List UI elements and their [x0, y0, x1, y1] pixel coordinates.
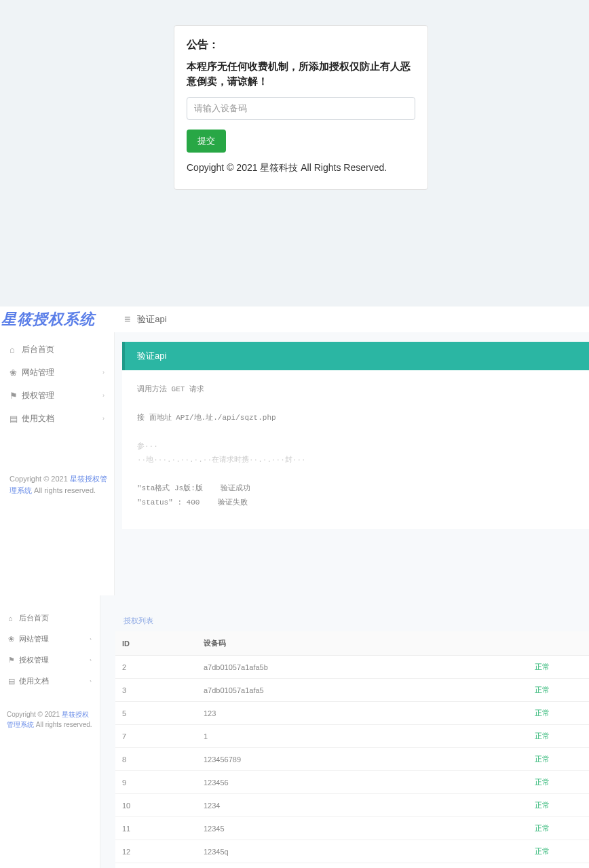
cell-device: a7db01057a1afa5b: [197, 656, 528, 679]
cell-status: 正常: [528, 771, 589, 794]
sidebar-item[interactable]: ⌂后台首页: [0, 608, 100, 629]
menu-label: 授权管理: [22, 390, 102, 401]
cell-status: 正常: [528, 656, 589, 679]
cell-id: 13: [115, 863, 197, 869]
table-row[interactable]: 9123456正常: [115, 771, 589, 794]
col-id: ID: [115, 631, 197, 656]
chevron-right-icon: ›: [102, 392, 104, 399]
chevron-right-icon: ›: [102, 369, 104, 376]
menu-icon: ❀: [10, 368, 22, 378]
menu-icon: ⚑: [8, 656, 19, 665]
cell-id: 7: [115, 725, 197, 748]
cell-id: 3: [115, 679, 197, 702]
sidebar-item[interactable]: ❀网站管理›: [0, 361, 114, 384]
announcement-panel: 公告： 本程序无任何收费机制，所添加授权仅防止有人恶意倒卖，请谅解！ 提交 Co…: [0, 0, 589, 307]
code-line: [137, 467, 574, 481]
sidebar-item[interactable]: ⚑授权管理›: [0, 650, 100, 671]
cell-device: defdghj: [197, 863, 528, 869]
cell-id: 11: [115, 817, 197, 840]
cell-status: 正常: [528, 794, 589, 817]
cell-id: 10: [115, 794, 197, 817]
menu-label: 使用文档: [22, 413, 102, 425]
code-line: 调用方法 GET 请求: [137, 382, 574, 397]
menu-icon: ▤: [10, 414, 22, 424]
sidebar: ⌂后台首页❀网站管理›⚑授权管理›▤使用文档› Copyright © 2021…: [0, 332, 115, 595]
code-line: "status" : 400 验证失败: [137, 496, 574, 510]
menu-label: 网站管理: [22, 367, 102, 378]
cell-device: 12345q: [197, 840, 528, 863]
content-title: 验证api: [122, 342, 589, 370]
menu-toggle-icon[interactable]: ≡: [124, 313, 130, 326]
cell-status: 正常: [528, 725, 589, 748]
chevron-right-icon: ›: [90, 657, 92, 663]
code-line: [137, 425, 574, 439]
col-status: [528, 631, 589, 656]
menu-icon: ▤: [8, 677, 19, 686]
cell-status: 正常: [528, 679, 589, 702]
menu-label: 使用文档: [19, 676, 90, 686]
cell-device: 123456: [197, 771, 528, 794]
menu-icon: ⌂: [10, 344, 22, 355]
menu-label: 网站管理: [19, 634, 90, 644]
chevron-right-icon: ›: [90, 678, 92, 684]
menu-icon: ⚑: [10, 391, 22, 401]
sidebar-footer: Copyright © 2021 星筱授权管理系统 All rights res…: [10, 473, 114, 496]
chevron-right-icon: ›: [90, 636, 92, 642]
breadcrumb: 验证api: [137, 313, 166, 326]
code-line: 参···: [137, 439, 574, 454]
cell-status: 正常: [528, 702, 589, 725]
topbar: 星筱授权系统 ≡ 验证api: [0, 307, 589, 332]
menu-icon: ❀: [8, 635, 19, 644]
sidebar-item[interactable]: ▤使用文档›: [0, 671, 100, 692]
device-code-input[interactable]: [187, 97, 415, 120]
sidebar-item[interactable]: ❀网站管理›: [0, 629, 100, 650]
cell-device: a7db01057a1afa5: [197, 679, 528, 702]
api-code-block: 调用方法 GET 请求 接 面地址 API/地.址./api/sqzt.php …: [122, 370, 589, 529]
cell-device: 1234: [197, 794, 528, 817]
sidebar-item[interactable]: ▤使用文档›: [0, 407, 114, 430]
code-line: [137, 397, 574, 411]
list-title: 授权列表: [115, 610, 589, 631]
sidebar-item[interactable]: ⌂后台首页: [0, 338, 114, 361]
cell-device: 123456789: [197, 748, 528, 771]
cell-device: 12345: [197, 817, 528, 840]
table-row[interactable]: 8123456789正常: [115, 748, 589, 771]
table-row[interactable]: 101234正常: [115, 794, 589, 817]
table-row[interactable]: 3a7db01057a1afa5正常: [115, 679, 589, 702]
menu-label: 授权管理: [19, 655, 90, 665]
cell-status: 正常: [528, 840, 589, 863]
auth-table: ID 设备码 2a7db01057a1afa5b正常3a7db01057a1af…: [115, 631, 589, 868]
content-area: 授权列表 ID 设备码 2a7db01057a1afa5b正常3a7db0105…: [115, 610, 589, 868]
submit-button[interactable]: 提交: [187, 130, 226, 153]
chevron-right-icon: ›: [102, 415, 104, 422]
table-row[interactable]: 5123正常: [115, 702, 589, 725]
cell-device: 1: [197, 725, 528, 748]
notice-body: 本程序无任何收费机制，所添加授权仅防止有人恶意倒卖，请谅解！: [187, 59, 415, 89]
logo: 星筱授权系统: [0, 307, 115, 332]
table-row[interactable]: 13defdghj正常: [115, 863, 589, 869]
table-row[interactable]: 1212345q正常: [115, 840, 589, 863]
api-docs-panel: 星筱授权系统 ≡ 验证api ⌂后台首页❀网站管理›⚑授权管理›▤使用文档› C…: [0, 307, 589, 595]
menu-icon: ⌂: [8, 614, 19, 623]
auth-list-panel: ⌂后台首页❀网站管理›⚑授权管理›▤使用文档› Copyright © 2021…: [0, 595, 589, 868]
cell-status: 正常: [528, 863, 589, 869]
col-device: 设备码: [197, 631, 528, 656]
copyright-text: Copyight © 2021 星筱科技 All Rights Reserved…: [187, 162, 415, 174]
cell-status: 正常: [528, 748, 589, 771]
sidebar: ⌂后台首页❀网站管理›⚑授权管理›▤使用文档› Copyright © 2021…: [0, 595, 100, 868]
table-row[interactable]: 1112345正常: [115, 817, 589, 840]
cell-id: 8: [115, 748, 197, 771]
cell-id: 12: [115, 840, 197, 863]
sidebar-item[interactable]: ⚑授权管理›: [0, 384, 114, 407]
notice-heading: 公告：: [187, 38, 415, 52]
cell-id: 2: [115, 656, 197, 679]
table-row[interactable]: 2a7db01057a1afa5b正常: [115, 656, 589, 679]
code-line: 接 面地址 API/地.址./api/sqzt.php: [137, 411, 574, 425]
code-line: "sta格式 Js版:版 验证成功: [137, 481, 574, 496]
menu-label: 后台首页: [22, 344, 104, 355]
cell-id: 5: [115, 702, 197, 725]
announcement-card: 公告： 本程序无任何收费机制，所添加授权仅防止有人恶意倒卖，请谅解！ 提交 Co…: [174, 25, 428, 190]
content-area: 验证api 调用方法 GET 请求 接 面地址 API/地.址./api/sqz…: [122, 342, 589, 529]
sidebar-footer: Copyright © 2021 星筱授权管理系统 All rights res…: [7, 709, 100, 730]
table-row[interactable]: 71正常: [115, 725, 589, 748]
